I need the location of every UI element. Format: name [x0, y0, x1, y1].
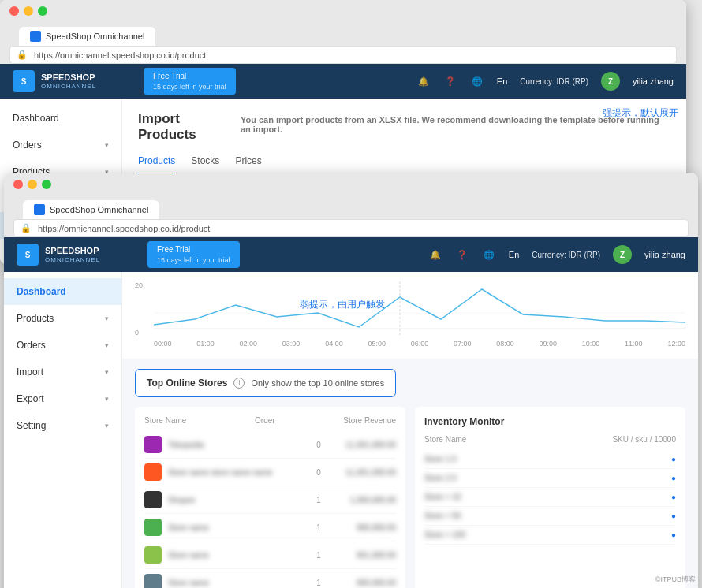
chart-container: 20 0 00:00 — [135, 281, 685, 352]
chart-area — [154, 281, 685, 337]
store-name: Store name — [168, 551, 304, 560]
list-item: Store > 10 ● — [424, 488, 676, 507]
header-right-2: 🔔 ❓ 🌐 En Currency: IDR (RP) Z yilia zhan… — [428, 245, 685, 264]
store-name: Store name store name name — [168, 468, 304, 477]
globe-icon-2[interactable]: 🌐 — [482, 247, 496, 262]
inventory-link[interactable]: ● — [671, 474, 676, 482]
inventory-title: Inventory Monitor — [424, 416, 676, 427]
sidebar-item-orders-1[interactable]: Orders ▾ — [0, 132, 121, 158]
currency-label: Currency: IDR (RP) — [520, 77, 588, 86]
inventory-link[interactable]: ● — [671, 455, 676, 463]
user-name-2: yilia zhang — [644, 250, 685, 259]
lang-label-2: En — [509, 250, 519, 259]
top-stores-info-icon[interactable]: i — [233, 378, 245, 389]
logo-text-2: SPEEDSHOP OMNICHANNEL — [45, 246, 100, 263]
sidebar-item-dashboard-1[interactable]: Dashboard — [0, 105, 121, 132]
store-name: Tokopedia — [168, 441, 304, 449]
window-controls-2 — [13, 180, 689, 189]
chevron-icon: ▾ — [105, 341, 109, 349]
globe-icon[interactable]: 🌐 — [470, 74, 484, 88]
chevron-icon: ▾ — [105, 422, 109, 430]
tab-prices[interactable]: Prices — [235, 155, 261, 174]
url-text-2: https://omnichannel.speedshop.co.id/prod… — [38, 224, 210, 233]
tab-favicon-2 — [34, 204, 45, 215]
two-col-layout: Store Name Order Store Revenue Tokopedia… — [135, 407, 685, 588]
browser-tab-1[interactable]: SpeedShop Omnichannel — [19, 27, 155, 46]
store-avatar-icon — [144, 519, 162, 536]
sidebar-item-products-2[interactable]: Products ▾ — [4, 305, 121, 332]
list-item: Store > 50 ● — [424, 507, 676, 526]
list-item: Store name 1 901,000.00 — [144, 541, 396, 569]
minimize-button-1[interactable] — [24, 6, 33, 16]
sidebar-item-orders-2[interactable]: Orders ▾ — [4, 332, 121, 359]
store-avatar-icon — [144, 574, 162, 588]
bell-icon-2[interactable]: 🔔 — [428, 247, 442, 262]
browser-tab-2[interactable]: SpeedShop Omnichannel — [23, 200, 159, 219]
help-icon[interactable]: ❓ — [443, 74, 457, 88]
free-trial-badge-2: Free Trial 15 days left in your trial — [147, 241, 240, 269]
browser-window-2: SpeedShop Omnichannel 🔒 https://omnichan… — [4, 173, 698, 588]
stores-panel: Store Name Order Store Revenue Tokopedia… — [135, 407, 405, 588]
store-avatar-icon — [144, 491, 162, 508]
list-item: Store name 1 900,000.00 — [144, 569, 396, 588]
app-header-1: S SPEEDSHOP OMNICHANNEL Free Trial 15 da… — [0, 64, 686, 99]
address-bar-1[interactable]: 🔒 https://omnichannel.speedshop.co.id/pr… — [9, 46, 677, 64]
user-avatar-1[interactable]: Z — [601, 72, 620, 91]
chevron-icon: ▾ — [105, 368, 109, 376]
app-2: S SPEEDSHOP OMNICHANNEL Free Trial 15 da… — [4, 237, 698, 588]
inventory-panel: Inventory Monitor Store Name SKU / sku /… — [415, 407, 685, 588]
stores-header: Store Name Order Store Revenue — [144, 416, 396, 425]
logo-area-2: S SPEEDSHOP OMNICHANNEL — [17, 244, 135, 266]
minimize-button-2[interactable] — [28, 180, 37, 189]
content-area-2: 20 0 00:00 — [122, 272, 698, 588]
inventory-link[interactable]: ● — [671, 512, 676, 520]
list-item: Store > 100 ● — [424, 526, 676, 545]
import-tabs: Products Stocks Prices — [122, 149, 686, 175]
close-button-1[interactable] — [9, 6, 19, 16]
sidebar-item-export-2[interactable]: Export ▾ — [4, 385, 121, 412]
browser-chrome-1: SpeedShop Omnichannel 🔒 https://omnichan… — [0, 0, 686, 64]
chart-x-labels: 00:00 01:00 02:00 03:00 04:00 05:00 06:0… — [154, 340, 685, 348]
sidebar-item-import-2[interactable]: Import ▾ — [4, 359, 121, 385]
import-header: Import Products You can import products … — [122, 99, 686, 149]
close-button-2[interactable] — [13, 180, 23, 189]
maximize-button-1[interactable] — [38, 6, 47, 16]
address-bar-2[interactable]: 🔒 https://omnichannel.speedshop.co.id/pr… — [13, 219, 689, 237]
logo-text-1: SPEEDSHOP OMNICHANNEL — [41, 73, 96, 90]
logo-area-1: S SPEEDSHOP OMNICHANNEL — [13, 70, 131, 92]
list-item: Store name 1 990,000.00 — [144, 514, 396, 541]
list-item: Store 1.0 ● — [424, 450, 676, 469]
user-avatar-2[interactable]: Z — [613, 245, 632, 264]
tab-title-1: SpeedShop Omnichannel — [46, 32, 144, 41]
logo-icon-1: S — [13, 70, 35, 92]
store-avatar-icon — [144, 463, 162, 481]
url-text-1: https://omnichannel.speedshop.co.id/prod… — [34, 50, 206, 60]
inventory-link[interactable]: ● — [671, 493, 676, 501]
store-name: Store name — [168, 579, 304, 587]
list-item: Store 2.0 ● — [424, 469, 676, 488]
inventory-link[interactable]: ● — [671, 530, 676, 539]
browser-chrome-2: SpeedShop Omnichannel 🔒 https://omnichan… — [4, 173, 698, 237]
window-controls-1 — [9, 6, 677, 16]
tab-stocks[interactable]: Stocks — [191, 155, 219, 174]
bell-icon[interactable]: 🔔 — [416, 74, 431, 88]
tab-bar-2: SpeedShop Omnichannel — [13, 195, 689, 219]
maximize-button-2[interactable] — [42, 180, 51, 189]
sidebar-item-setting-2[interactable]: Setting ▾ — [4, 412, 121, 439]
sidebar-item-dashboard-2[interactable]: Dashboard — [4, 278, 121, 305]
lock-icon-2: 🔒 — [21, 223, 32, 233]
user-name-1: yilia zhang — [633, 76, 674, 86]
top-stores-box: Top Online Stores i Only show the top 10… — [135, 369, 396, 397]
list-item: Store name store name name 0 11,001,000.… — [144, 459, 396, 486]
tab-products[interactable]: Products — [138, 155, 175, 174]
tab-favicon-1 — [30, 31, 41, 42]
help-icon-2[interactable]: ❓ — [455, 247, 469, 262]
list-item: Tokopedia 0 11,001,000.00 — [144, 431, 396, 459]
list-item: Shopee 1 1,000,000.00 — [144, 486, 396, 514]
tab-bar-1: SpeedShop Omnichannel — [9, 22, 677, 46]
lang-label: En — [497, 76, 507, 86]
lock-icon: 🔒 — [17, 50, 28, 60]
chevron-icon: ▾ — [105, 395, 109, 403]
top-stores-desc: Only show the top 10 online stores — [251, 378, 384, 388]
currency-label-2: Currency: IDR (RP) — [532, 251, 600, 259]
